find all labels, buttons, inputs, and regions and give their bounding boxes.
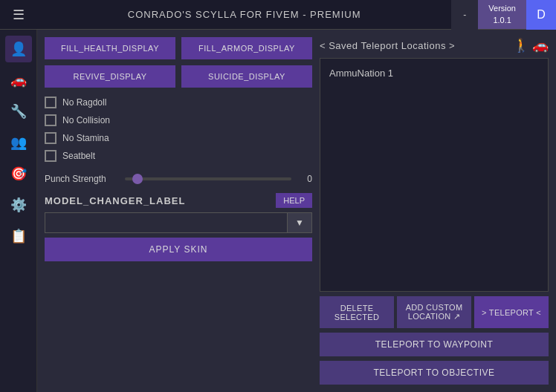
sidebar-item-tools[interactable]: 🔧: [5, 98, 32, 125]
teleport-now-label: > TELEPORT <: [482, 308, 541, 317]
teleport-waypoint-button[interactable]: TELEPORT TO WAYPOINT: [320, 333, 549, 356]
revive-suicide-row: REVIVE_DISPLAY SUICIDE_DISPLAY: [45, 65, 312, 88]
apply-skin-button[interactable]: APPLY SKIN: [45, 238, 312, 261]
sidebar-item-car[interactable]: 🚗: [5, 67, 32, 94]
checkboxes-section: No Ragdoll No Collision No Stamina Seatb…: [45, 94, 312, 165]
punch-thumb: [132, 174, 143, 184]
help-button[interactable]: HELP: [276, 193, 312, 208]
no-collision-label: No Collision: [62, 115, 110, 125]
content-area: FILL_HEALTH_DISPLAY FILL_ARMOR_DISPLAY R…: [37, 30, 556, 392]
discord-button[interactable]: D: [526, 0, 556, 30]
people-icon: 👥: [10, 134, 27, 151]
no-stamina-label: No Stamina: [62, 133, 109, 143]
no-collision-checkbox[interactable]: No Collision: [45, 114, 312, 126]
sidebar-item-crosshair[interactable]: 🎯: [5, 160, 32, 187]
crosshair-icon: 🎯: [10, 166, 27, 182]
add-custom-label: ADD CUSTOMLOCATION ↗: [406, 303, 463, 321]
no-collision-box: [45, 114, 56, 126]
locations-list: AmmuNation 1: [320, 58, 549, 292]
car-transport-icon: 🚗: [532, 37, 549, 53]
model-title: MODEL_CHANGER_LABEL: [45, 195, 185, 206]
model-input[interactable]: [45, 212, 288, 233]
punch-value: 0: [297, 174, 312, 184]
revive-button[interactable]: REVIVE_DISPLAY: [45, 65, 175, 88]
punch-strength-row: Punch Strength 0: [45, 174, 312, 184]
teleport-title: < Saved Teleport Locations >: [320, 40, 455, 51]
sidebar: 👤 🚗 🔧 👥 🎯 ⚙️ 📋: [0, 30, 37, 392]
model-header: MODEL_CHANGER_LABEL HELP: [45, 193, 312, 208]
menu-button[interactable]: ☰: [0, 0, 37, 30]
health-armor-row: FILL_HEALTH_DISPLAY FILL_ARMOR_DISPLAY: [45, 37, 312, 59]
transport-icons: 🚶 🚗: [513, 37, 549, 53]
fill-armor-button[interactable]: FILL_ARMOR_DISPLAY: [181, 37, 312, 59]
title-bar: ☰ CONRADO'S SCYLLA FOR FIVEM - PREMIUM -…: [0, 0, 556, 30]
no-stamina-checkbox[interactable]: No Stamina: [45, 132, 312, 144]
delete-selected-label: DELETESELECTED: [334, 304, 379, 321]
no-ragdoll-label: No Ragdoll: [62, 97, 106, 108]
teleport-now-button[interactable]: > TELEPORT <: [474, 296, 549, 328]
suicide-button[interactable]: SUICIDE_DISPLAY: [181, 65, 312, 88]
punch-slider[interactable]: [125, 177, 291, 180]
main-layout: 👤 🚗 🔧 👥 🎯 ⚙️ 📋 FILL_HEALTH_DISPLAY FILL_…: [0, 30, 556, 392]
person-icon: 👤: [10, 41, 27, 57]
no-ragdoll-box: [45, 97, 56, 108]
walk-icon: 🚶: [513, 37, 529, 53]
no-ragdoll-checkbox[interactable]: No Ragdoll: [45, 97, 312, 108]
more-icon: ⚙️: [10, 197, 27, 213]
no-stamina-box: [45, 132, 56, 144]
seatbelt-checkbox[interactable]: Seatbelt: [45, 150, 312, 162]
sidebar-item-people[interactable]: 👥: [5, 129, 32, 156]
clipboard-icon: 📋: [10, 228, 27, 244]
dropdown-arrow[interactable]: ▼: [288, 212, 312, 233]
add-custom-location-button[interactable]: ADD CUSTOMLOCATION ↗: [397, 296, 471, 328]
app-title: CONRADO'S SCYLLA FOR FIVEM - PREMIUM: [37, 9, 451, 20]
sidebar-item-more[interactable]: ⚙️: [5, 192, 32, 218]
sidebar-item-person[interactable]: 👤: [5, 36, 32, 62]
location-item[interactable]: AmmuNation 1: [326, 65, 542, 82]
left-panel: FILL_HEALTH_DISPLAY FILL_ARMOR_DISPLAY R…: [45, 37, 312, 385]
sidebar-item-clipboard[interactable]: 📋: [5, 223, 32, 249]
discord-icon: D: [537, 8, 546, 22]
teleport-objective-button[interactable]: TELEPORT TO OBJECTIVE: [320, 361, 549, 385]
separator1: -: [463, 10, 466, 20]
punch-strength-label: Punch Strength: [45, 174, 119, 184]
fill-health-button[interactable]: FILL_HEALTH_DISPLAY: [45, 37, 175, 59]
model-input-row: ▼: [45, 212, 312, 233]
car-icon: 🚗: [10, 72, 27, 88]
action-buttons-row: DELETESELECTED ADD CUSTOMLOCATION ↗ > TE…: [320, 296, 549, 328]
teleport-header: < Saved Teleport Locations > 🚶 🚗: [320, 37, 549, 53]
seatbelt-box: [45, 150, 56, 162]
seatbelt-label: Seatbelt: [62, 151, 95, 161]
delete-selected-button[interactable]: DELETESELECTED: [320, 296, 394, 328]
version-box: Version 1.0.1: [478, 0, 526, 29]
right-panel: < Saved Teleport Locations > 🚶 🚗 AmmuNat…: [320, 37, 549, 385]
model-section: MODEL_CHANGER_LABEL HELP ▼ APPLY SKIN: [45, 193, 312, 261]
tools-icon: 🔧: [10, 103, 27, 120]
